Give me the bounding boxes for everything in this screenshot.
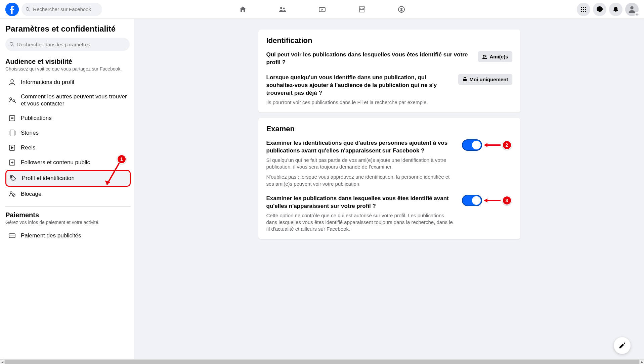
nav-marketplace[interactable] (343, 0, 380, 18)
setting-row-review-tags: Examiner les identifications que d'autre… (266, 139, 512, 187)
sidebar-item-followers[interactable]: Followers et contenu public (5, 155, 131, 170)
divider (5, 206, 131, 207)
svg-point-35 (483, 55, 485, 56)
section-payments-sub: Gérez vos infos de paiement et votre act… (5, 220, 131, 225)
friends-icon (278, 5, 287, 13)
chip-label: Ami(e)s (489, 54, 508, 59)
sidebar-title: Paramètres et confidentialité (5, 24, 131, 34)
setting-description: Cette option ne contrôle que ce qui est … (266, 212, 455, 233)
audience-selector-friends[interactable]: Ami(e)s (478, 51, 512, 62)
card-identification: Identification Qui peut voir les publica… (258, 30, 520, 112)
card-icon (8, 232, 16, 240)
sidebar-item-profile-info[interactable]: Informations du profil (5, 75, 131, 90)
setting-title: Examiner les identifications que d'autre… (266, 139, 455, 155)
scroll-right-arrow[interactable]: ▶ (639, 360, 644, 364)
blocking-icon (8, 190, 16, 198)
toggle-review-tags[interactable] (462, 139, 482, 151)
sidebar-item-label: Profil et identification (22, 175, 75, 182)
section-audience-sub: Choisissez qui voit ce que vous partagez… (5, 66, 131, 72)
setting-row-review-posts: Examiner les publications dans lesquelle… (266, 195, 512, 233)
svg-line-30 (13, 194, 15, 196)
settings-sidebar: Paramètres et confidentialité Audience e… (0, 19, 134, 364)
global-search-input[interactable] (33, 6, 98, 12)
nav-watch[interactable] (304, 0, 341, 18)
svg-point-18 (13, 100, 15, 102)
facebook-logo[interactable] (5, 3, 19, 16)
sidebar-item-how-find[interactable]: Comment les autres peuvent vous trouver … (5, 90, 131, 111)
setting-row-who-sees-tags: Qui peut voir les publications dans lesq… (266, 51, 512, 66)
profile-info-icon (8, 78, 16, 86)
people-search-icon (8, 96, 16, 104)
notifications-button[interactable] (609, 3, 622, 16)
sidebar-item-label: Followers et contenu public (21, 159, 90, 166)
svg-rect-22 (10, 130, 14, 136)
friends-icon (482, 54, 487, 59)
watch-icon (318, 5, 326, 13)
nav-friends[interactable] (264, 0, 301, 18)
settings-search[interactable] (5, 38, 130, 51)
messenger-icon (596, 6, 603, 13)
header-nav (224, 0, 420, 18)
posts-icon (8, 114, 16, 122)
sidebar-item-label: Blocage (21, 190, 41, 197)
svg-rect-37 (463, 79, 467, 81)
setting-title: Examiner les publications dans lesquelle… (266, 195, 455, 210)
svg-point-27 (11, 176, 12, 177)
tag-icon (9, 174, 17, 182)
sidebar-item-profile-tagging[interactable]: Profil et identification (5, 170, 131, 187)
top-header (0, 0, 644, 19)
settings-search-input[interactable] (17, 42, 126, 47)
compose-button[interactable] (614, 337, 631, 354)
global-search[interactable] (22, 3, 102, 16)
toggle-review-posts[interactable] (462, 195, 482, 206)
svg-point-14 (585, 11, 586, 12)
annotation-3: 3 (482, 196, 512, 205)
stories-icon (8, 129, 16, 137)
account-menu[interactable] (625, 3, 639, 16)
chevron-down-icon (635, 12, 639, 17)
menu-button[interactable] (577, 3, 590, 16)
svg-point-13 (583, 11, 584, 12)
svg-point-8 (585, 7, 586, 8)
sidebar-item-posts[interactable]: Publications (5, 111, 131, 126)
svg-point-36 (485, 55, 486, 57)
setting-row-add-to-audience: Lorsque quelqu'un vous identifie dans un… (266, 74, 512, 106)
svg-point-11 (585, 9, 586, 10)
sidebar-item-blocking[interactable]: Blocage (5, 187, 131, 201)
search-icon (9, 42, 14, 47)
section-payments-title: Paiements (5, 211, 131, 219)
sidebar-item-label: Paiement des publicités (21, 232, 81, 239)
sidebar-item-label: Stories (21, 129, 39, 136)
svg-point-2 (283, 7, 285, 9)
svg-point-12 (581, 11, 582, 12)
svg-rect-31 (9, 234, 15, 238)
annotation-2: 2 (482, 140, 512, 150)
main-content: Identification Qui peut voir les publica… (134, 19, 644, 364)
chip-label: Moi uniquement (470, 77, 508, 82)
svg-marker-41 (484, 198, 487, 202)
nav-home[interactable] (224, 0, 261, 18)
svg-point-16 (11, 80, 13, 82)
horizontal-scrollbar[interactable]: ◀ ▶ (0, 359, 644, 364)
sidebar-item-label: Informations du profil (21, 79, 74, 86)
sidebar-item-label: Comment les autres peuvent vous trouver … (21, 93, 128, 107)
svg-rect-19 (9, 116, 15, 121)
sidebar-item-reels[interactable]: Reels (5, 140, 131, 155)
svg-point-7 (583, 7, 584, 8)
sidebar-item-label: Reels (21, 144, 35, 151)
section-audience-title: Audience et visibilité (5, 58, 131, 65)
audience-selector-only-me[interactable]: Moi uniquement (458, 74, 512, 85)
svg-point-15 (630, 6, 633, 9)
header-actions (577, 3, 639, 16)
setting-description: Ils pourront voir ces publications dans … (266, 99, 452, 106)
sidebar-item-ad-payment[interactable]: Paiement des publicités (5, 228, 131, 243)
sidebar-item-stories[interactable]: Stories (5, 126, 131, 140)
card-review: Examen Examiner les identifications que … (258, 118, 520, 239)
svg-point-28 (10, 192, 12, 194)
scroll-left-arrow[interactable]: ◀ (0, 360, 5, 364)
messenger-button[interactable] (593, 3, 606, 16)
nav-groups[interactable] (383, 0, 420, 18)
bell-icon (612, 6, 619, 13)
svg-point-1 (280, 7, 282, 9)
svg-point-5 (400, 8, 402, 10)
